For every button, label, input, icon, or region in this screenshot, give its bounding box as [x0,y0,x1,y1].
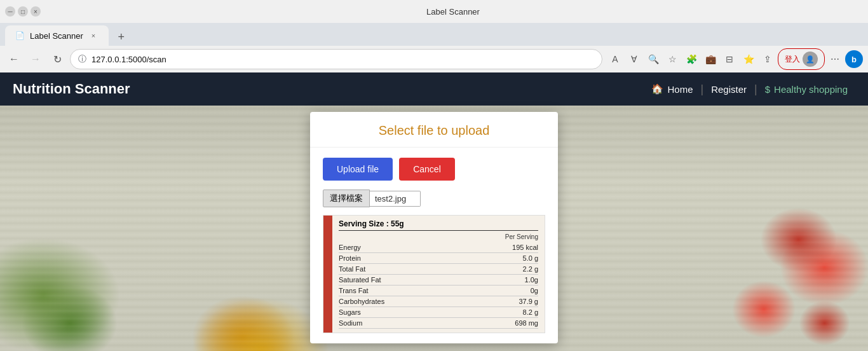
maximize-btn[interactable]: □ [18,6,28,17]
sign-in-btn[interactable]: 登入 👤 [778,48,825,70]
nutrition-row: Carbohydrates37.9 g [339,296,538,307]
url-text: 127.0.0.1:5000/scan [92,55,166,64]
nav-links: 🏠 Home | Register | $ Healthy shopping [644,83,855,96]
home-icon: 🏠 [651,83,663,95]
nutrition-preview-inner: Serving Size : 55g Per Serving Energy195… [323,216,545,333]
collections-icon[interactable]: ⭐ [740,50,757,68]
nutrition-content: Serving Size : 55g Per Serving Energy195… [339,219,538,329]
back-btn[interactable]: ← [5,50,23,68]
lock-icon: ⓘ [78,53,86,65]
tab-title: Label Scanner [30,31,83,41]
upload-modal: Select file to upload Upload file Cancel… [310,112,558,343]
modal-overlay: Select file to upload Upload file Cancel… [0,106,868,351]
more-menu-btn[interactable]: ⋯ [826,50,844,68]
navbar: Nutrition Scanner 🏠 Home | Register | $ … [0,72,868,106]
modal-buttons: Upload file Cancel [323,158,545,181]
address-bar: ← → ↻ ⓘ 127.0.0.1:5000/scan A ∀ 🔍 ☆ 🧩 💼 … [0,46,868,72]
file-input-row: 選擇檔案 test2.jpg [323,189,545,207]
avatar: 👤 [803,52,818,67]
minimize-btn[interactable]: ─ [5,6,15,17]
app-wrapper: Nutrition Scanner 🏠 Home | Register | $ … [0,72,868,351]
read-aloud-icon[interactable]: ∀ [625,50,643,68]
nav-home[interactable]: 🏠 Home [644,83,700,95]
translate-icon[interactable]: A [606,50,624,68]
new-tab-btn[interactable]: + [112,28,130,46]
nutrition-preview: Serving Size : 55g Per Serving Energy195… [323,215,545,333]
nav-healthy-shopping[interactable]: $ Healthy shopping [757,84,855,95]
nutrition-row: Total Fat2.2 g [339,264,538,275]
forward-btn[interactable]: → [27,50,44,68]
title-bar: ─ □ × Label Scanner [0,0,868,23]
favorites-icon[interactable]: ☆ [663,50,681,68]
nutrition-row: Sugars8.2 g [339,307,538,318]
sign-in-label: 登入 [785,54,800,65]
cancel-btn[interactable]: Cancel [399,158,455,181]
nutrition-row: Trans Fat0g [339,286,538,296]
modal-title: Select file to upload [310,112,558,148]
window-title: Label Scanner [426,7,480,17]
dollar-icon: $ [765,84,770,95]
extensions-icon[interactable]: 🧩 [682,50,700,68]
refresh-btn[interactable]: ↻ [48,50,66,68]
file-choose-btn[interactable]: 選擇檔案 [323,189,370,207]
nutrition-row: Protein5.0 g [339,253,538,264]
nav-brand: Nutrition Scanner [13,81,644,97]
upload-file-btn[interactable]: Upload file [323,158,393,181]
tab-bar: 📄 Label Scanner × + [0,23,868,46]
nav-register[interactable]: Register [703,84,754,95]
nutrition-row: Sodium698 mg [339,318,538,329]
per-serving-label: Per Serving [339,233,538,240]
url-bar[interactable]: ⓘ 127.0.0.1:5000/scan [70,49,602,69]
browser-wallet-icon[interactable]: 💼 [702,50,719,68]
split-view-icon[interactable]: ⊟ [721,50,738,68]
active-tab[interactable]: 📄 Label Scanner × [5,25,109,46]
nav-healthy-shopping-label: Healthy shopping [774,84,848,95]
browser-chrome: ─ □ × Label Scanner 📄 Label Scanner × + … [0,0,868,72]
nav-register-label: Register [711,84,747,95]
modal-body: Upload file Cancel 選擇檔案 test2.jpg Servin… [310,148,558,343]
zoom-icon[interactable]: 🔍 [644,50,662,68]
tab-close-btn[interactable]: × [88,31,98,41]
nav-home-label: Home [667,84,693,95]
toolbar-icons: A ∀ 🔍 ☆ 🧩 💼 ⊟ ⭐ ⇪ 登入 👤 ⋯ b [606,48,863,70]
serving-size: Serving Size : 55g [339,219,538,231]
nutrition-rows: Energy195 kcalProtein5.0 gTotal Fat2.2 g… [339,242,538,329]
close-btn-window[interactable]: × [31,6,41,17]
file-name-display: test2.jpg [370,191,421,207]
page-icon: 📄 [15,31,25,40]
nutrition-row: Saturated Fat1.0g [339,275,538,286]
share-icon[interactable]: ⇪ [759,50,776,68]
bing-btn[interactable]: b [845,50,863,68]
nutrition-red-bar [323,216,332,333]
nutrition-row: Energy195 kcal [339,242,538,253]
